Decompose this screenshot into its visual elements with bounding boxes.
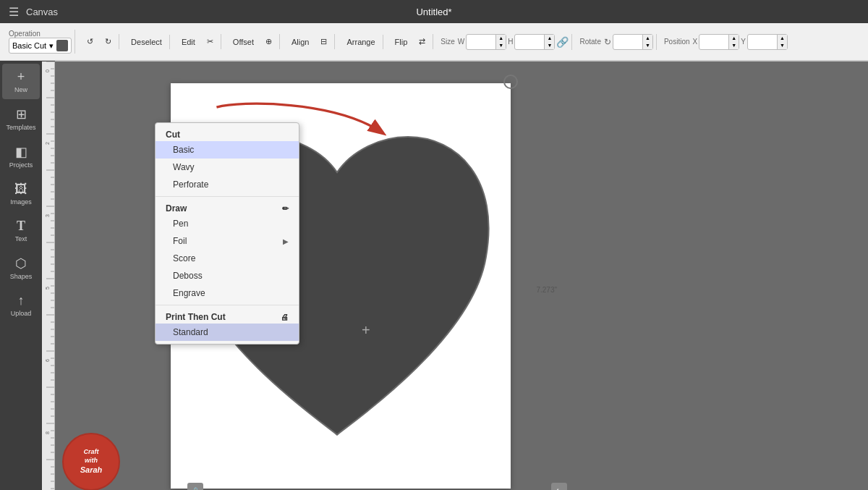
lock-handle-bottom-left[interactable]: 🔒 bbox=[187, 483, 203, 490]
rotate-input[interactable]: 0 ▲▼ bbox=[613, 34, 653, 50]
dropdown-item-deboss[interactable]: Deboss bbox=[156, 267, 299, 284]
svg-rect-125 bbox=[42, 62, 55, 490]
pos-x-down[interactable]: ▼ bbox=[728, 42, 739, 49]
scale-handle-bottom-right[interactable]: ⤡ bbox=[551, 483, 567, 490]
arrange-button[interactable]: Arrange bbox=[342, 35, 379, 49]
size-w-input[interactable]: 7.686 ▲▼ bbox=[466, 34, 506, 50]
offset-icon-button[interactable]: ⊕ bbox=[261, 34, 276, 49]
size-label: Size bbox=[441, 38, 454, 46]
dropdown-item-engrave[interactable]: Engrave bbox=[156, 284, 299, 302]
rotate-handle-top-right[interactable] bbox=[503, 75, 518, 89]
logo-text-craft: Craftwith bbox=[83, 448, 98, 464]
menu-icon[interactable]: ☰ bbox=[9, 5, 19, 19]
pos-x-up[interactable]: ▲ bbox=[728, 35, 739, 42]
title-bar: ☰ Canvas Untitled* bbox=[0, 0, 868, 23]
sidebar-item-images-label: Images bbox=[10, 198, 32, 206]
operation-group: Operation Basic Cut ▾ bbox=[6, 30, 75, 54]
size-w-down[interactable]: ▼ bbox=[495, 42, 506, 49]
draw-header-label: Draw bbox=[166, 203, 187, 214]
dropdown-item-standard[interactable]: Standard bbox=[156, 324, 299, 341]
dropdown-ptc-header: Print Then Cut 🖨 bbox=[156, 308, 299, 324]
edit-button[interactable]: Edit bbox=[177, 35, 200, 49]
canvas-with-rulers: 023568101113151618 023568 bbox=[42, 61, 868, 490]
operation-select[interactable]: Basic Cut ▾ bbox=[9, 38, 72, 54]
size-w-value[interactable]: 7.686 bbox=[467, 36, 495, 48]
sidebar-item-upload-label: Upload bbox=[11, 310, 32, 317]
dimension-label-right: 7.273" bbox=[536, 286, 557, 294]
size-h-down[interactable]: ▼ bbox=[544, 42, 554, 49]
deselect-button[interactable]: Deselect bbox=[127, 35, 166, 49]
shapes-icon: ⬡ bbox=[15, 255, 27, 271]
pos-y-input[interactable]: 1.098 ▲▼ bbox=[747, 34, 788, 50]
sidebar-item-images[interactable]: 🖼 Images bbox=[2, 176, 40, 211]
chevron-down-icon: ▾ bbox=[49, 41, 54, 51]
pos-y-up[interactable]: ▲ bbox=[777, 35, 787, 42]
flip-icon-button[interactable]: ⇄ bbox=[414, 34, 430, 49]
canvas-area[interactable]: 🔒 ⤡ + 7.273" Cut Basic W bbox=[55, 62, 868, 490]
pos-y-value[interactable]: 1.098 bbox=[748, 36, 777, 48]
operation-color-swatch bbox=[56, 40, 68, 51]
left-sidebar: + New ⊞ Templates ◧ Projects 🖼 Images T … bbox=[0, 61, 42, 490]
dropdown-foil-label: Foil bbox=[173, 236, 187, 246]
dropdown-item-score[interactable]: Score bbox=[156, 250, 299, 267]
dropdown-basic-label: Basic bbox=[173, 145, 194, 155]
sidebar-item-templates[interactable]: ⊞ Templates bbox=[2, 101, 40, 137]
main-area: + New ⊞ Templates ◧ Projects 🖼 Images T … bbox=[0, 61, 868, 490]
crosshair: + bbox=[362, 322, 370, 339]
canvas-row: 023568 🔒 ⤡ + bbox=[42, 62, 868, 490]
link-dimensions-icon[interactable]: 🔗 bbox=[556, 36, 569, 48]
redo-button[interactable]: ↻ bbox=[101, 34, 116, 49]
ptc-header-label: Print Then Cut bbox=[166, 312, 226, 322]
edit-group: Edit ✂ bbox=[174, 34, 221, 49]
dropdown-item-wavy[interactable]: Wavy bbox=[156, 159, 299, 176]
pos-x-input[interactable]: 2.458 ▲▼ bbox=[699, 34, 739, 50]
rotate-value[interactable]: 0 bbox=[613, 36, 642, 48]
pos-x-value[interactable]: 2.458 bbox=[699, 36, 728, 48]
craft-with-sarah-logo: Craftwith Sarah bbox=[62, 433, 120, 490]
operation-value: Basic Cut bbox=[12, 41, 46, 50]
templates-icon: ⊞ bbox=[16, 106, 27, 122]
sidebar-item-shapes[interactable]: ⬡ Shapes bbox=[2, 250, 40, 286]
rotate-up[interactable]: ▲ bbox=[642, 35, 652, 42]
size-w-up[interactable]: ▲ bbox=[495, 35, 506, 42]
dropdown-item-basic[interactable]: Basic bbox=[156, 141, 299, 159]
dropdown-item-pen[interactable]: Pen bbox=[156, 215, 299, 232]
align-icon-button[interactable]: ⊟ bbox=[316, 34, 331, 49]
doc-title: Untitled* bbox=[416, 7, 451, 17]
sidebar-item-upload[interactable]: ↑ Upload bbox=[2, 287, 40, 323]
rotate-label: Rotate bbox=[579, 38, 600, 46]
pos-y-down[interactable]: ▼ bbox=[777, 42, 787, 49]
dropdown-cut-header: Cut bbox=[156, 126, 299, 141]
foil-submenu-arrow: ▶ bbox=[283, 237, 289, 245]
sidebar-item-text-label: Text bbox=[15, 235, 27, 242]
operation-label: Operation bbox=[9, 30, 72, 38]
offset-button[interactable]: Offset bbox=[229, 35, 258, 49]
dropdown-engrave-label: Engrave bbox=[173, 288, 205, 298]
dropdown-item-perforate[interactable]: Perforate bbox=[156, 176, 299, 193]
sidebar-item-projects-label: Projects bbox=[9, 161, 33, 169]
align-button[interactable]: Align bbox=[287, 35, 313, 49]
dropdown-perforate-label: Perforate bbox=[173, 179, 208, 190]
size-h-input[interactable]: 7.273 ▲▼ bbox=[514, 34, 555, 50]
undo-button[interactable]: ↺ bbox=[82, 34, 98, 49]
upload-icon: ↑ bbox=[18, 293, 25, 308]
projects-icon: ◧ bbox=[15, 144, 27, 160]
sidebar-item-text[interactable]: T Text bbox=[2, 213, 40, 248]
sidebar-item-templates-label: Templates bbox=[6, 124, 35, 131]
rotate-down[interactable]: ▼ bbox=[642, 42, 652, 49]
sidebar-item-new-label: New bbox=[14, 86, 27, 93]
plus-icon: + bbox=[17, 69, 25, 85]
edit-icon-button[interactable]: ✂ bbox=[203, 34, 218, 49]
size-h-up[interactable]: ▲ bbox=[544, 35, 554, 42]
text-icon: T bbox=[17, 219, 25, 234]
sidebar-item-projects[interactable]: ◧ Projects bbox=[2, 138, 40, 174]
size-group: Size W 7.686 ▲▼ H 7.273 ▲▼ 🔗 bbox=[438, 34, 572, 50]
sidebar-item-new[interactable]: + New bbox=[2, 64, 40, 99]
dropdown-item-foil[interactable]: Foil ▶ bbox=[156, 232, 299, 250]
toolbar: Operation Basic Cut ▾ ↺ ↻ Deselect Edit … bbox=[0, 23, 868, 61]
dropdown-standard-label: Standard bbox=[173, 327, 208, 337]
align-group: Align ⊟ bbox=[284, 34, 335, 49]
rotate-group: Rotate ↻ 0 ▲▼ bbox=[576, 34, 656, 50]
flip-button[interactable]: Flip bbox=[391, 35, 412, 49]
size-h-value[interactable]: 7.273 bbox=[515, 36, 544, 48]
